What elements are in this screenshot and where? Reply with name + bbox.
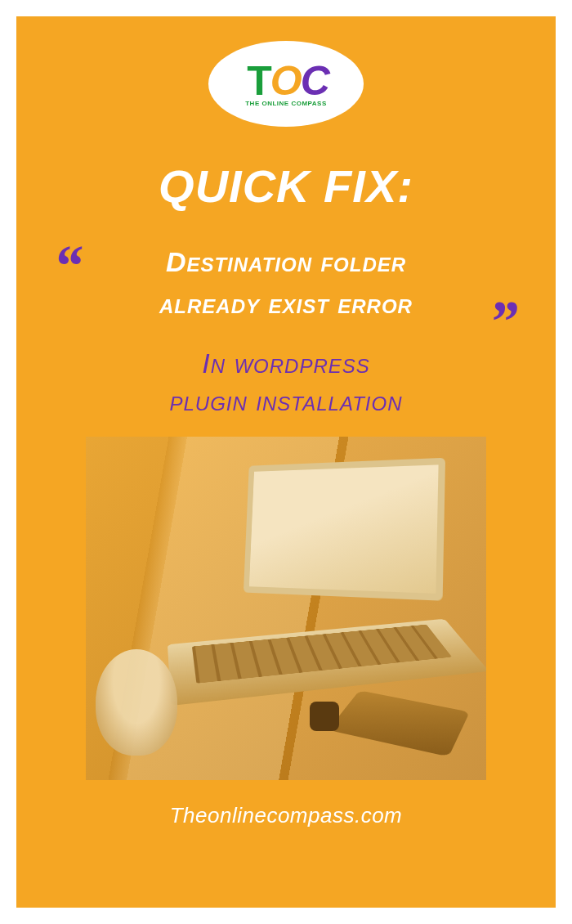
hero-image [86, 437, 486, 780]
page-title: QUICK FIX: [159, 159, 413, 213]
logo-letter-t: T [247, 58, 270, 104]
logo-letter-c: C [301, 58, 325, 104]
open-quote-icon: “ [53, 258, 83, 276]
close-quote-icon: ” [489, 313, 519, 331]
quote-line-1: Destination folder [166, 246, 406, 277]
logo-letter-o: O [270, 58, 301, 104]
laptop-screen-shape [244, 458, 445, 601]
footer-url: Theonlinecompass.com [170, 803, 403, 828]
logo-badge: TOC THE ONLINE COMPASS [208, 41, 364, 127]
promo-card: TOC THE ONLINE COMPASS QUICK FIX: “ Dest… [16, 16, 556, 908]
logo-tagline: THE ONLINE COMPASS [245, 100, 327, 107]
error-quote: “ Destination folder already exist error… [49, 241, 523, 325]
laptop-keyboard-shape [168, 618, 486, 705]
subtitle: In wordpress plugin installation [170, 345, 403, 420]
subtitle-line-1: In wordpress [202, 348, 370, 379]
quote-line-2: already exist error [159, 288, 413, 319]
watch-shape [310, 702, 339, 731]
logo-wordmark: TOC [247, 61, 325, 101]
cup-shape [96, 649, 177, 756]
tablet-shape [328, 690, 470, 756]
subtitle-line-2: plugin installation [170, 385, 403, 416]
